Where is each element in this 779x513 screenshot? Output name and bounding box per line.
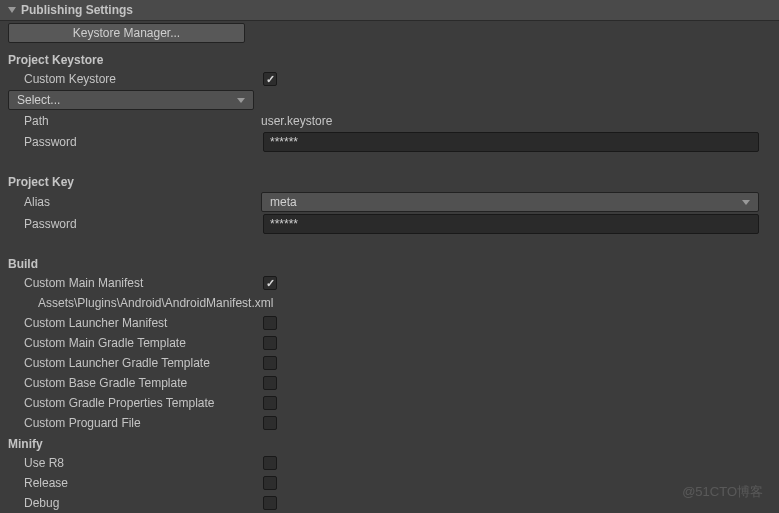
keystore-password-input[interactable]	[263, 132, 759, 152]
minify-title: Minify	[8, 433, 771, 453]
publishing-settings-header[interactable]: Publishing Settings	[0, 0, 779, 21]
custom-main-manifest-label: Custom Main Manifest	[8, 276, 261, 290]
custom-keystore-checkbox[interactable]	[263, 72, 277, 86]
chevron-down-icon	[742, 200, 750, 205]
alias-value: meta	[270, 195, 297, 209]
custom-base-gradle-label: Custom Base Gradle Template	[8, 376, 261, 390]
custom-main-manifest-checkbox[interactable]	[263, 276, 277, 290]
custom-main-gradle-label: Custom Main Gradle Template	[8, 336, 261, 350]
debug-checkbox[interactable]	[263, 496, 277, 510]
custom-launcher-gradle-label: Custom Launcher Gradle Template	[8, 356, 261, 370]
custom-launcher-manifest-checkbox[interactable]	[263, 316, 277, 330]
project-key-title: Project Key	[8, 171, 771, 191]
custom-gradle-properties-label: Custom Gradle Properties Template	[8, 396, 261, 410]
custom-gradle-properties-checkbox[interactable]	[263, 396, 277, 410]
custom-launcher-gradle-checkbox[interactable]	[263, 356, 277, 370]
custom-launcher-manifest-label: Custom Launcher Manifest	[8, 316, 261, 330]
custom-main-gradle-checkbox[interactable]	[263, 336, 277, 350]
custom-keystore-label: Custom Keystore	[8, 72, 261, 86]
release-checkbox[interactable]	[263, 476, 277, 490]
custom-proguard-label: Custom Proguard File	[8, 416, 261, 430]
use-r8-checkbox[interactable]	[263, 456, 277, 470]
debug-label: Debug	[8, 496, 261, 510]
keystore-select-dropdown[interactable]: Select...	[8, 90, 254, 110]
keystore-path-label: Path	[8, 114, 261, 128]
key-password-label: Password	[8, 217, 261, 231]
custom-base-gradle-checkbox[interactable]	[263, 376, 277, 390]
keystore-select-label: Select...	[17, 93, 60, 107]
custom-proguard-checkbox[interactable]	[263, 416, 277, 430]
release-label: Release	[8, 476, 261, 490]
alias-label: Alias	[8, 195, 261, 209]
chevron-down-icon	[237, 98, 245, 103]
keystore-manager-button[interactable]: Keystore Manager...	[8, 23, 245, 43]
keystore-manager-label: Keystore Manager...	[73, 26, 180, 40]
foldout-arrow-icon	[8, 7, 16, 13]
use-r8-label: Use R8	[8, 456, 261, 470]
keystore-path-value: user.keystore	[261, 114, 332, 128]
watermark: @51CTO博客	[682, 483, 763, 501]
key-password-input[interactable]	[263, 214, 759, 234]
manifest-path-value: Assets\Plugins\Android\AndroidManifest.x…	[8, 296, 273, 310]
project-keystore-title: Project Keystore	[8, 49, 771, 69]
build-title: Build	[8, 253, 771, 273]
keystore-password-label: Password	[8, 135, 261, 149]
alias-dropdown[interactable]: meta	[261, 192, 759, 212]
section-title: Publishing Settings	[21, 3, 133, 17]
